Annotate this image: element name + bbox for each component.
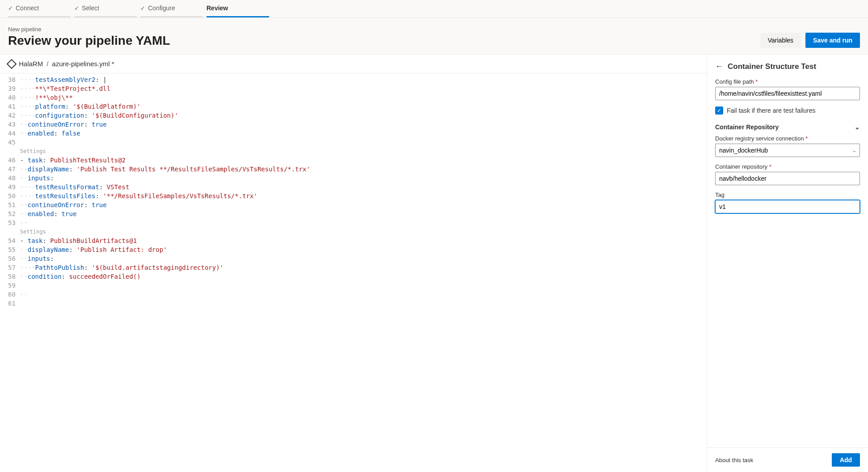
- page-title: Review your pipeline YAML: [8, 34, 170, 48]
- line-number: 41: [8, 102, 16, 111]
- code-line[interactable]: ··displayName: 'Publish Artifact: drop': [20, 245, 707, 254]
- container-repository-label: Container repository *: [715, 163, 860, 170]
- code-line[interactable]: ····PathtoPublish: '$(build.artifactstag…: [20, 263, 707, 272]
- line-number: 44: [8, 129, 16, 138]
- file-path-bar: HalaRM / azure-pipelines.yml *: [0, 55, 707, 73]
- variables-button[interactable]: Variables: [760, 33, 801, 48]
- editor-pane: HalaRM / azure-pipelines.yml * 383940414…: [0, 55, 707, 472]
- line-number: 58: [8, 272, 16, 281]
- line-number: 54: [8, 236, 16, 245]
- tag-label: Tag: [715, 191, 860, 198]
- wizard-step-label: Connect: [16, 4, 39, 12]
- code-line[interactable]: ····testAssemblyVer2: |: [20, 75, 707, 84]
- code-line[interactable]: [20, 138, 707, 147]
- config-path-label: Config file path *: [715, 78, 860, 85]
- line-number: 60: [8, 290, 16, 299]
- wizard-underline: [8, 16, 71, 17]
- code-line[interactable]: ····!**\obj\**: [20, 93, 707, 102]
- line-number: 48: [8, 174, 16, 183]
- line-number: 59: [8, 281, 16, 290]
- add-button[interactable]: Add: [832, 453, 860, 467]
- wizard-step-configure[interactable]: ✓Configure: [140, 0, 190, 15]
- code-line[interactable]: ····testResultsFormat: VSTest: [20, 183, 707, 191]
- fail-on-failures-label: Fail task if there are test failures: [727, 107, 815, 114]
- code-line[interactable]: ··: [20, 218, 707, 227]
- code-line[interactable]: ··enabled: false: [20, 129, 707, 138]
- page-header: New pipeline Review your pipeline YAML V…: [0, 18, 868, 55]
- wizard-step-label: Review: [206, 4, 228, 12]
- wizard-steps: ✓Connect✓Select✓ConfigureReview: [0, 0, 868, 18]
- line-number: 47: [8, 165, 16, 174]
- code-line[interactable]: ··displayName: 'Publish Test Results **/…: [20, 165, 707, 174]
- code-line[interactable]: ····platform: '$(BuildPlatform)': [20, 102, 707, 111]
- save-and-run-button[interactable]: Save and run: [805, 33, 860, 48]
- path-separator: /: [46, 60, 48, 68]
- wizard-underline: [140, 16, 203, 17]
- code-line[interactable]: [20, 299, 707, 308]
- back-icon[interactable]: ←: [715, 62, 723, 71]
- line-number: 55: [8, 245, 16, 254]
- line-number: 46: [8, 156, 16, 165]
- repo-icon: [7, 59, 17, 69]
- line-number: 45: [8, 138, 16, 147]
- code-line[interactable]: ····testResultsFiles: '**/ResultsFileSam…: [20, 191, 707, 200]
- file-name: azure-pipelines.yml *: [52, 60, 114, 68]
- line-number: 57: [8, 263, 16, 272]
- code-line[interactable]: ··enabled: true: [20, 209, 707, 218]
- code-line[interactable]: ··inputs:: [20, 254, 707, 263]
- breadcrumb: New pipeline: [8, 26, 170, 33]
- check-icon: ✓: [74, 5, 79, 12]
- line-number: 61: [8, 299, 16, 308]
- code-line[interactable]: [20, 281, 707, 290]
- codelens-settings[interactable]: Settings: [20, 227, 707, 236]
- codelens-settings[interactable]: Settings: [20, 147, 707, 156]
- task-assistant-panel: ← Container Structure Test Config file p…: [707, 55, 868, 472]
- about-task-link[interactable]: About this task: [715, 457, 753, 463]
- wizard-step-label: Configure: [148, 4, 175, 12]
- code-line[interactable]: ··condition: succeededOrFailed(): [20, 272, 707, 281]
- repo-name[interactable]: HalaRM: [19, 60, 43, 68]
- wizard-step-label: Select: [82, 4, 99, 12]
- config-path-input[interactable]: [715, 87, 860, 100]
- line-number: 49: [8, 183, 16, 191]
- line-number: 50: [8, 191, 16, 200]
- line-number: 43: [8, 120, 16, 129]
- wizard-underline: [206, 16, 269, 17]
- panel-title: Container Structure Test: [728, 62, 816, 71]
- code-line[interactable]: - task: PublishBuildArtifacts@1: [20, 236, 707, 245]
- code-line[interactable]: ····configuration: '$(BuildConfiguration…: [20, 111, 707, 120]
- code-line[interactable]: ··continueOnError: true: [20, 200, 707, 209]
- line-number: 40: [8, 93, 16, 102]
- line-number: 42: [8, 111, 16, 120]
- line-number: [8, 147, 16, 156]
- container-repository-input[interactable]: [715, 172, 860, 185]
- registry-connection-select[interactable]: [715, 144, 860, 157]
- line-number: 39: [8, 84, 16, 93]
- code-line[interactable]: ··inputs:: [20, 174, 707, 183]
- code-line[interactable]: ··: [20, 290, 707, 299]
- code-line[interactable]: ··continueOnError: true: [20, 120, 707, 129]
- line-number: 51: [8, 200, 16, 209]
- wizard-underline: [74, 16, 137, 17]
- line-number: 38: [8, 75, 16, 84]
- wizard-step-review[interactable]: Review: [206, 0, 257, 15]
- line-number: [8, 227, 16, 236]
- registry-connection-label: Docker registry service connection *: [715, 135, 860, 142]
- container-repository-section[interactable]: Container Repository ⌄: [715, 121, 860, 135]
- tag-input[interactable]: [715, 200, 860, 213]
- code-line[interactable]: ····**\*TestProject*.dll: [20, 84, 707, 93]
- chevron-down-icon: ⌄: [855, 123, 860, 131]
- line-number: 52: [8, 209, 16, 218]
- wizard-step-connect[interactable]: ✓Connect: [8, 0, 58, 15]
- fail-on-failures-checkbox[interactable]: ✓: [715, 106, 723, 115]
- check-icon: ✓: [8, 5, 13, 12]
- wizard-step-select[interactable]: ✓Select: [74, 0, 124, 15]
- line-number: 56: [8, 254, 16, 263]
- line-number: 53: [8, 218, 16, 227]
- check-icon: ✓: [140, 5, 145, 12]
- code-line[interactable]: - task: PublishTestResults@2: [20, 156, 707, 165]
- yaml-editor[interactable]: 3839404142434445464748495051525354555657…: [0, 73, 707, 472]
